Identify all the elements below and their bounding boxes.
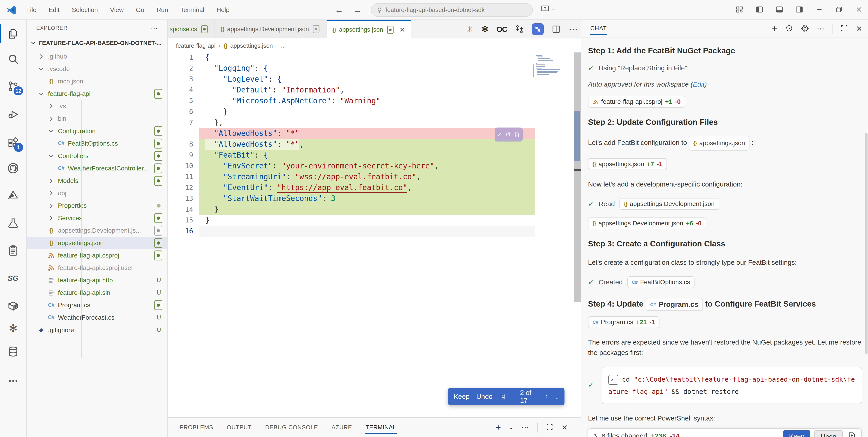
openai-icon[interactable]: ✻ <box>481 24 489 34</box>
tree-item-obj[interactable]: obj <box>27 187 167 199</box>
code-line-12[interactable]: 12 "EventUri": "https://app-eval.featbit… <box>168 182 581 193</box>
search-view-icon[interactable] <box>0 48 26 71</box>
close-window-icon[interactable] <box>855 5 863 14</box>
tree-item-services[interactable]: Services <box>27 212 167 224</box>
tree-item-feature-flag-api-http[interactable]: feature-flag-api.httpU <box>27 274 167 286</box>
azure-view-icon[interactable] <box>0 184 26 206</box>
panel-more-icon[interactable]: ⋯ <box>521 423 529 432</box>
compare-changes-icon[interactable] <box>515 24 524 34</box>
maximize-panel-icon[interactable] <box>546 423 553 432</box>
diff-file-icon[interactable] <box>499 393 506 400</box>
menu-help[interactable]: Help <box>212 4 234 16</box>
accept-change-icon[interactable]: ✓ <box>497 131 502 138</box>
tree-item-appsettings-json[interactable]: {}appsettings.json <box>27 237 167 249</box>
tree-item-properties[interactable]: Properties <box>27 199 167 212</box>
testing-view-icon[interactable] <box>0 212 26 235</box>
code-line-3[interactable]: 3 "LogLevel": { <box>168 74 581 85</box>
code-line-16[interactable]: 16 <box>168 226 581 237</box>
tree-item-weatherforecast-cs[interactable]: C#WeatherForecast.csU <box>27 311 167 324</box>
run-debug-view-icon[interactable] <box>0 103 26 126</box>
next-change-icon[interactable]: ↓ <box>555 393 559 400</box>
containers-view-icon[interactable] <box>0 294 26 317</box>
panel-tab-problems[interactable]: PROBLEMS <box>179 420 214 435</box>
tree-item--vs[interactable]: .vs <box>27 100 167 112</box>
file-chip-program[interactable]: C# Program.cs +21 -1 <box>588 316 659 328</box>
panel-tab-terminal[interactable]: TERMINAL <box>365 420 397 435</box>
panel-tab-debug-console[interactable]: DEBUG CONSOLE <box>265 420 318 435</box>
explorer-more-actions-icon[interactable]: ⋯ <box>151 24 158 32</box>
source-control-view-icon[interactable]: 12 <box>0 75 26 98</box>
tab-weatherresponse[interactable]: sponse.cs <box>168 20 215 38</box>
more-views-icon[interactable] <box>0 370 26 392</box>
chat-tab[interactable]: CHAT <box>590 25 607 35</box>
inline-file-chip[interactable]: C#FeatBitOptions.cs <box>627 276 695 288</box>
view-diff-icon[interactable] <box>847 432 857 437</box>
command-center-search[interactable]: ⚲ feature-flag-api-based-on-dotnet-sdk <box>371 3 533 17</box>
menu-view[interactable]: View <box>105 4 128 16</box>
tree-item-mcp-json[interactable]: {}mcp.json <box>27 75 167 88</box>
claude-icon[interactable]: ✳ <box>466 24 473 34</box>
menu-file[interactable]: File <box>22 4 41 16</box>
tree-item-appsettings-development-js-[interactable]: {}appsettings.Development.js... <box>27 224 167 237</box>
discard-change-icon[interactable]: ↺ <box>505 131 511 138</box>
code-line-5[interactable]: 5 "Microsoft.AspNetCore": "Warning" <box>168 95 581 106</box>
menu-edit[interactable]: Edit <box>44 4 64 16</box>
oc-icon[interactable]: OC <box>496 25 507 34</box>
close-panel-icon[interactable]: ✕ <box>562 423 568 432</box>
tree-item--vscode[interactable]: .vscode <box>27 63 167 75</box>
todo-view-icon[interactable] <box>0 239 26 262</box>
tree-item-feature-flag-api[interactable]: feature-flag-api <box>27 88 167 100</box>
tab-appsettings-development[interactable]: {} appsettings.Development.json <box>215 20 327 38</box>
inline-file-chip[interactable]: {}appsettings.Development.json <box>619 198 719 210</box>
database-view-icon[interactable] <box>0 340 26 363</box>
chat-scrollbar-thumb[interactable] <box>865 133 868 354</box>
menu-run[interactable]: Run <box>152 4 173 16</box>
code-line-11[interactable]: 11 "StreamingUri": "wss://app-eval.featb… <box>168 171 581 182</box>
more-actions-icon[interactable]: ⋯ <box>568 24 578 34</box>
chat-more-icon[interactable]: ⋯ <box>817 24 824 33</box>
menu-go[interactable]: Go <box>131 4 149 16</box>
code-line-7[interactable]: 7 }, <box>168 117 581 128</box>
files-changed-label[interactable]: 8 files changed <box>601 432 647 437</box>
extensions-view-icon[interactable]: 1 <box>0 132 26 154</box>
forward-icon[interactable]: → <box>353 5 362 15</box>
close-tab-icon[interactable]: ✕ <box>399 26 405 34</box>
new-terminal-icon[interactable]: + <box>496 422 501 433</box>
minimize-icon[interactable] <box>815 5 823 14</box>
diff-file-icon[interactable] <box>514 131 520 138</box>
code-line-10[interactable]: 10 "EnvSecret": "your-environment-secret… <box>168 160 581 171</box>
inline-diff-toolbar[interactable]: ✓ ↺ <box>495 127 523 142</box>
file-chip-appsettings-dev[interactable]: {} appsettings.Development.json +6 -0 <box>588 217 706 229</box>
close-chat-icon[interactable]: ✕ <box>856 24 862 33</box>
openai-view-icon[interactable]: ✻ <box>0 317 26 340</box>
edit-link[interactable]: Edit <box>693 81 705 88</box>
toggle-primary-sidebar-icon[interactable] <box>755 5 764 14</box>
tree-item-featbitoptions-cs[interactable]: C#FeatBitOptions.cs <box>27 137 167 150</box>
tree-item-models[interactable]: Models <box>27 175 167 187</box>
split-editor-icon[interactable] <box>551 24 561 34</box>
back-icon[interactable]: ← <box>335 5 343 15</box>
terminal-command[interactable]: >_cd "c:\Code\featbit\feature-flag-api-b… <box>601 367 862 404</box>
file-chip-csproj[interactable]: feature-flag-api.csproj +1 -0 <box>588 96 685 107</box>
code-line-2[interactable]: 2 "Logging": { <box>168 63 581 74</box>
code-line-1[interactable]: 1{ <box>168 52 581 63</box>
tree-item-feature-flag-api-csproj[interactable]: feature-flag-api.csproj <box>27 249 167 261</box>
modified-badge[interactable] <box>313 25 319 33</box>
tree-item-controllers[interactable]: Controllers <box>27 150 167 162</box>
modified-badge[interactable] <box>201 25 208 33</box>
tree-item-feature-flag-api-csproj-user[interactable]: feature-flag-api.csproj.user <box>27 261 167 274</box>
menu-selection[interactable]: Selection <box>67 4 102 16</box>
expand-chat-icon[interactable] <box>840 24 848 33</box>
explorer-view-icon[interactable] <box>0 23 26 45</box>
tree-item-program-cs[interactable]: C#Program.cs <box>27 299 167 311</box>
tree-item-configuration[interactable]: Configuration <box>27 125 167 137</box>
menu-terminal[interactable]: Terminal <box>176 4 209 16</box>
undo-button[interactable]: Undo <box>476 393 493 400</box>
workspace-root-folder[interactable]: FEATURE-FLAG-API-BASED-ON-DOTNET-... <box>27 37 167 49</box>
sg-extension-icon[interactable]: SG <box>0 267 26 289</box>
screencast-indicator[interactable]: ⌄ <box>540 4 555 13</box>
keep-button[interactable]: Keep <box>454 393 469 400</box>
code-line-4[interactable]: 4 "Default": "Information", <box>168 85 581 95</box>
tree-item--gitignore[interactable]: ◆.gitignoreU <box>27 324 167 336</box>
expand-files-icon[interactable]: ❯ <box>593 432 598 437</box>
